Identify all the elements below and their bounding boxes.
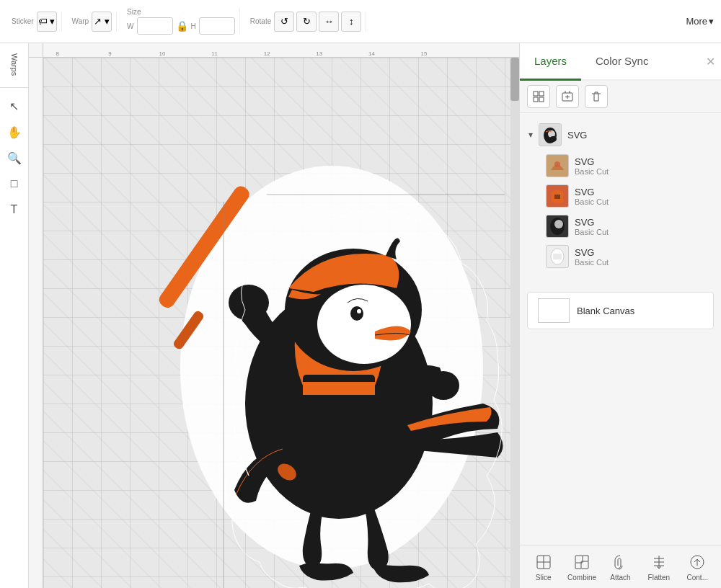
svg-rect-3 bbox=[303, 382, 375, 395]
svg-rect-18 bbox=[534, 92, 538, 96]
ruler-tick-11: 11 bbox=[211, 50, 218, 57]
blank-canvas-row[interactable]: Blank Canvas bbox=[527, 292, 714, 329]
warp-group: Warp ↗ ▾ bbox=[68, 12, 118, 32]
ruler-tick-9: 9 bbox=[108, 50, 111, 57]
canvas-grid[interactable] bbox=[43, 58, 519, 588]
layer-text-3: SVG Basic Cut bbox=[575, 247, 609, 267]
layer-text-1: SVG Basic Cut bbox=[575, 187, 609, 206]
tool-select[interactable]: ↖ bbox=[4, 95, 25, 117]
ruler-horizontal: 8 9 10 11 12 13 14 15 bbox=[43, 43, 519, 58]
layer-item-3[interactable]: SVG Basic Cut bbox=[520, 241, 721, 272]
tool-text[interactable]: T bbox=[4, 199, 25, 220]
rotate-left-btn[interactable]: ↺ bbox=[274, 12, 294, 32]
flip-v-btn[interactable]: ↕ bbox=[341, 12, 361, 32]
sticker-dropdown-btn[interactable]: 🏷 ▾ bbox=[37, 12, 57, 32]
combine-icon bbox=[572, 552, 592, 572]
top-toolbar: Sticker 🏷 ▾ Warp ↗ ▾ Size W 🔒 H Rotate ↺… bbox=[0, 0, 721, 43]
warp-dropdown-btn[interactable]: ↗ ▾ bbox=[92, 12, 112, 32]
cont-icon bbox=[687, 552, 707, 572]
cont-label: Cont... bbox=[687, 574, 708, 582]
root-thumb bbox=[539, 123, 562, 146]
delete-layer-icon bbox=[590, 90, 603, 103]
layer-sub-0: Basic Cut bbox=[575, 167, 609, 176]
ruler-tick-10: 10 bbox=[159, 50, 166, 57]
blank-canvas-preview bbox=[538, 298, 570, 323]
flatten-btn[interactable]: Flatten bbox=[643, 552, 675, 582]
layer-thumb-svg-1 bbox=[547, 186, 567, 206]
layer-item-0[interactable]: SVG Basic Cut bbox=[520, 151, 721, 181]
layer-name-2: SVG bbox=[575, 217, 609, 228]
height-label: H bbox=[191, 22, 196, 30]
more-btn[interactable]: More ▾ bbox=[686, 16, 714, 27]
flatten-icon bbox=[649, 552, 669, 572]
layer-item-2[interactable]: SVG Basic Cut bbox=[520, 211, 721, 241]
sticker-group: Sticker 🏷 ▾ bbox=[7, 12, 62, 32]
layer-item-1[interactable]: SVG Basic Cut bbox=[520, 181, 721, 211]
right-panel: Layers Color Sync ✕ bbox=[519, 43, 721, 588]
size-inputs: Size W 🔒 H bbox=[127, 8, 235, 35]
layer-sub-3: Basic Cut bbox=[575, 258, 609, 267]
tab-color-sync[interactable]: Color Sync bbox=[581, 43, 663, 81]
scrollbar-thumb[interactable] bbox=[510, 58, 519, 101]
delete-layer-btn[interactable] bbox=[585, 85, 608, 108]
attach-svg bbox=[611, 553, 629, 571]
ruler-tick-15: 15 bbox=[421, 50, 428, 57]
scrollbar-vertical[interactable] bbox=[510, 58, 519, 588]
layer-thumb-2 bbox=[546, 215, 569, 238]
slice-label: Slice bbox=[536, 574, 552, 582]
panel-tabs: Layers Color Sync ✕ bbox=[520, 43, 721, 81]
layer-root-group[interactable]: ▾ SVG bbox=[520, 119, 721, 151]
attach-icon bbox=[610, 552, 630, 572]
combine-svg bbox=[573, 553, 590, 571]
bottom-toolbar: Slice Combine bbox=[520, 545, 721, 588]
combine-btn[interactable]: Combine bbox=[566, 552, 598, 582]
add-layer-icon bbox=[561, 90, 574, 103]
combine-label: Combine bbox=[567, 574, 596, 582]
root-thumb-svg bbox=[540, 125, 560, 145]
ruler-tick-8: 8 bbox=[56, 50, 59, 57]
add-layer-btn[interactable] bbox=[556, 85, 579, 108]
more-chevron: ▾ bbox=[709, 16, 714, 27]
layer-thumb-1 bbox=[546, 184, 569, 208]
size-group: Size W 🔒 H bbox=[123, 8, 240, 35]
layer-name-0: SVG bbox=[575, 156, 609, 167]
rotate-right-btn[interactable]: ↻ bbox=[296, 12, 317, 32]
mascot-container[interactable] bbox=[130, 101, 505, 588]
layer-sub-1: Basic Cut bbox=[575, 197, 609, 206]
layer-list-spacer bbox=[520, 272, 721, 286]
warps-btn[interactable]: Warps bbox=[9, 49, 20, 80]
tool-shape[interactable]: □ bbox=[4, 173, 25, 195]
warp-label: Warp bbox=[72, 17, 89, 25]
layer-name-3: SVG bbox=[575, 247, 609, 258]
canvas-area[interactable]: 8 9 10 11 12 13 14 15 bbox=[29, 43, 519, 588]
svg-rect-20 bbox=[534, 97, 538, 102]
tab-layers[interactable]: Layers bbox=[520, 43, 581, 81]
lock-icon: 🔒 bbox=[176, 20, 188, 32]
ruler-tick-12: 12 bbox=[264, 50, 270, 57]
layer-thumb-svg-2 bbox=[547, 216, 567, 236]
svg-point-5 bbox=[317, 285, 411, 364]
rotate-label: Rotate bbox=[250, 17, 271, 25]
slice-svg bbox=[535, 553, 552, 571]
ruler-h-content: 8 9 10 11 12 13 14 15 bbox=[43, 43, 519, 57]
svg-point-29 bbox=[549, 136, 557, 142]
slice-btn[interactable]: Slice bbox=[528, 552, 559, 582]
layer-thumb-3 bbox=[546, 245, 569, 268]
rotate-controls: ↺ ↻ ↔ ↕ bbox=[274, 12, 361, 32]
tool-zoom[interactable]: 🔍 bbox=[4, 147, 25, 169]
warps-label: Warps bbox=[10, 53, 19, 76]
blank-canvas-label: Blank Canvas bbox=[577, 306, 634, 316]
svg-point-8 bbox=[357, 309, 361, 313]
root-layer-name: SVG bbox=[567, 130, 587, 141]
height-input[interactable] bbox=[199, 17, 235, 35]
attach-btn[interactable]: Attach bbox=[604, 552, 636, 582]
group-layers-btn[interactable] bbox=[527, 85, 550, 108]
ruler-vertical bbox=[29, 58, 43, 588]
width-input[interactable] bbox=[137, 17, 173, 35]
cont-svg bbox=[689, 553, 706, 571]
tab-close-btn[interactable]: ✕ bbox=[706, 55, 715, 68]
flip-h-btn[interactable]: ↔ bbox=[319, 12, 339, 32]
cont-btn[interactable]: Cont... bbox=[681, 552, 713, 582]
tool-pan[interactable]: ✋ bbox=[4, 121, 25, 143]
layer-text-0: SVG Basic Cut bbox=[575, 156, 609, 176]
